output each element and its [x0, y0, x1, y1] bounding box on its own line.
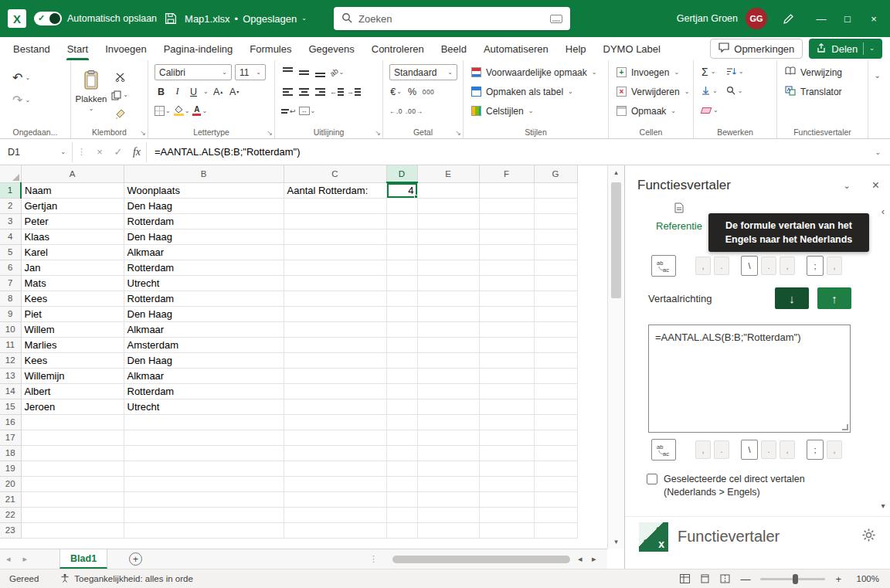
chevron-down-icon[interactable]: ⌄ [739, 69, 744, 75]
row-header-23[interactable]: 23 [0, 522, 21, 538]
cell-B13[interactable]: Alkmaar [124, 368, 284, 383]
chevron-down-icon[interactable]: ⌄ [222, 70, 227, 76]
cell-C6[interactable] [284, 260, 386, 275]
cell-E21[interactable] [417, 491, 479, 507]
cell-A2[interactable]: Gertjan [21, 198, 124, 213]
cell-F11[interactable] [479, 337, 534, 352]
cell-F10[interactable] [479, 321, 534, 337]
save-icon[interactable] [165, 12, 177, 25]
cell-E8[interactable] [417, 291, 479, 306]
row-header-7[interactable]: 7 [0, 275, 21, 291]
cell-E2[interactable] [417, 198, 479, 213]
document-title[interactable]: Map1.xlsx • Opgeslagen ⌄ [185, 13, 307, 25]
cell-F15[interactable] [479, 399, 534, 414]
translate-pairs-icon[interactable]: abac [651, 255, 676, 277]
increase-decimal-button[interactable]: ←.0 [389, 104, 403, 119]
cell-D20[interactable] [386, 476, 417, 491]
cell-D4[interactable] [386, 229, 417, 244]
horizontal-scroll-thumb[interactable] [392, 556, 570, 563]
row-header-17[interactable]: 17 [0, 430, 21, 445]
ribbon-tab-pagina-indeling[interactable]: Pagina-indeling [155, 37, 242, 60]
cell-D21[interactable] [386, 491, 417, 507]
row-header-15[interactable]: 15 [0, 399, 21, 414]
delimiter-button-0[interactable]: , [695, 257, 711, 275]
cell-A8[interactable]: Kees [21, 291, 124, 306]
align-bottom-button[interactable] [314, 65, 327, 80]
cell-G18[interactable] [534, 445, 577, 461]
delimiter-button-2[interactable]: \ [741, 256, 758, 276]
cell-B18[interactable] [124, 445, 284, 461]
cell-F22[interactable] [479, 507, 534, 522]
cell-D6[interactable] [386, 260, 417, 275]
chevron-down-icon[interactable]: ⌄ [711, 69, 716, 75]
row-header-4[interactable]: 4 [0, 229, 21, 244]
cell-A19[interactable] [21, 461, 124, 476]
cell-C15[interactable] [284, 399, 386, 414]
chevron-down-icon[interactable]: ⌄ [202, 108, 207, 114]
cell-D3[interactable] [386, 213, 417, 229]
font-name-combo[interactable]: Calibri⌄ [155, 64, 232, 80]
cell-A17[interactable] [21, 430, 124, 445]
delimiter-button-6[interactable]: , [827, 440, 842, 459]
translate-to-dutch-button[interactable]: ↓ [775, 287, 809, 309]
cell-E19[interactable] [417, 461, 479, 476]
cell-C19[interactable] [284, 461, 386, 476]
underline-button[interactable]: U [187, 84, 200, 100]
chevron-down-icon[interactable]: ⌄ [712, 88, 718, 94]
ribbon-tab-automatiseren[interactable]: Automatiseren [475, 37, 557, 60]
cell-D9[interactable] [386, 306, 417, 321]
format-cells-button[interactable]: Opmaak⌄ [609, 101, 676, 121]
column-header-A[interactable]: A [21, 165, 124, 182]
sort-filter-button[interactable]: ⌄ [726, 64, 744, 80]
cell-C23[interactable] [284, 522, 386, 538]
scroll-up-icon[interactable]: ▴ [608, 168, 624, 176]
row-header-19[interactable]: 19 [0, 461, 21, 476]
row-header-8[interactable]: 8 [0, 291, 21, 306]
cell-D7[interactable] [386, 275, 417, 291]
pen-icon[interactable] [783, 13, 794, 25]
cell-E18[interactable] [417, 445, 479, 461]
cell-B9[interactable]: Den Haag [124, 306, 284, 321]
format-as-table-button[interactable]: Opmaken als tabel⌄ [464, 82, 573, 101]
autosave-toggle[interactable]: ✓ Automatisch opslaan [34, 12, 157, 25]
increase-indent-button[interactable]: → [347, 84, 361, 100]
chevron-down-icon[interactable]: ⌄ [568, 89, 573, 95]
chevron-down-icon[interactable]: ⌄ [60, 149, 66, 155]
cell-F8[interactable] [479, 291, 534, 306]
maximize-button[interactable]: □ [834, 0, 861, 37]
ribbon-tab-dymo-label[interactable]: DYMO Label [595, 37, 669, 60]
scroll-down-icon[interactable]: ▾ [608, 538, 624, 546]
cell-E17[interactable] [417, 430, 479, 445]
delimiter-button-5[interactable]: ; [807, 256, 824, 276]
number-format-combo[interactable]: Standaard⌄ [389, 64, 457, 80]
cell-F7[interactable] [479, 275, 534, 291]
cell-G20[interactable] [534, 476, 577, 491]
cell-B23[interactable] [124, 522, 284, 538]
chevron-down-icon[interactable]: ⌄ [396, 89, 402, 95]
cell-A7[interactable]: Mats [21, 275, 124, 291]
cell-C9[interactable] [284, 306, 386, 321]
row-header-10[interactable]: 10 [0, 321, 21, 337]
undo-button[interactable]: ↶⌄ [12, 70, 70, 85]
cell-G13[interactable] [534, 368, 577, 383]
translate-pairs-icon[interactable]: abac [651, 439, 676, 461]
column-header-C[interactable]: C [284, 165, 386, 182]
row-header-22[interactable]: 22 [0, 507, 21, 522]
cell-A12[interactable]: Kees [21, 352, 124, 368]
row-header-21[interactable]: 21 [0, 491, 21, 507]
row-header-13[interactable]: 13 [0, 368, 21, 383]
delimiter-button-4[interactable]: , [780, 440, 795, 459]
cell-C7[interactable] [284, 275, 386, 291]
enter-icon[interactable]: ✓ [109, 142, 127, 162]
ribbon-tab-invoegen[interactable]: Invoegen [97, 37, 155, 60]
column-header-F[interactable]: F [479, 165, 534, 182]
cell-C10[interactable] [284, 321, 386, 337]
dialog-launcher-icon[interactable]: ↘ [267, 129, 273, 137]
cell-G21[interactable] [534, 491, 577, 507]
avatar[interactable]: GG [746, 8, 767, 29]
cell-G12[interactable] [534, 352, 577, 368]
status-mode[interactable]: Gereed [0, 574, 39, 583]
delimiter-button-5[interactable]: ; [807, 440, 824, 460]
row-header-18[interactable]: 18 [0, 445, 21, 461]
cell-D8[interactable] [386, 291, 417, 306]
